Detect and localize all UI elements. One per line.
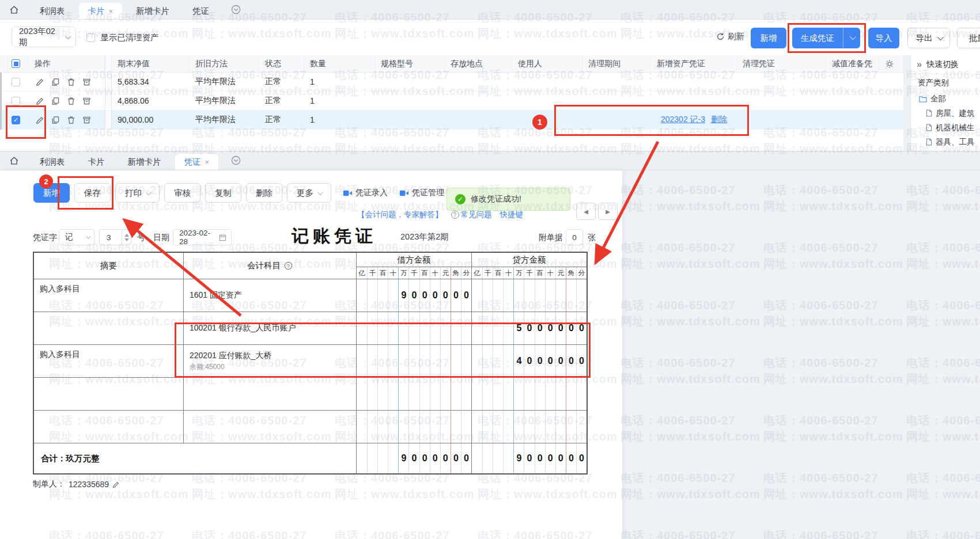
copy-icon[interactable] [51, 116, 60, 124]
cell [737, 92, 826, 110]
faq-link[interactable]: ?常见问题 [451, 210, 492, 220]
digit-cell [545, 378, 555, 410]
voucher-number-input[interactable]: 3 [99, 229, 131, 245]
copy-icon[interactable] [51, 97, 60, 105]
copy-icon[interactable] [51, 78, 60, 86]
collapse-icon[interactable]: » [917, 59, 922, 70]
select-all-checkbox[interactable] [12, 59, 20, 68]
import-button[interactable]: 导入 [868, 28, 899, 48]
header-ops: 操作 [29, 55, 105, 72]
digit-cell [367, 443, 377, 473]
toolbar-button-打印[interactable]: 打印 [115, 183, 160, 203]
amount-cell [356, 378, 471, 410]
clear-icon[interactable] [82, 97, 91, 105]
table-left-scrollbar[interactable] [0, 73, 2, 130]
export-button[interactable]: 导出 [907, 28, 950, 48]
digit-cell [576, 411, 587, 443]
cell [445, 92, 512, 110]
toolbar-button-保存[interactable]: 保存 [74, 183, 111, 203]
period-select[interactable]: 2023年02期 [12, 26, 76, 47]
help-icon[interactable]: ? [284, 261, 293, 270]
amount-cell: 9000000 [356, 279, 471, 312]
sidebar-item-3[interactable]: 器具、工具 [911, 135, 980, 149]
sidebar-item-1[interactable]: 房屋、建筑 [911, 106, 980, 120]
amount-cell [356, 312, 471, 344]
digit-cell [524, 378, 534, 410]
tab-label: 凭证 [184, 157, 201, 168]
close-tab-icon[interactable]: × [109, 7, 113, 16]
generate-voucher-button[interactable]: 生成凭证 [792, 28, 843, 48]
number-stepper[interactable] [122, 230, 131, 245]
line-account[interactable]: 1601 固定资产 [183, 279, 356, 312]
toolbar-button-更多[interactable]: 更多 [287, 183, 331, 203]
digit-cell: 十 [545, 267, 555, 279]
line-account[interactable]: 100201 银行存款_人民币账户 [183, 312, 356, 344]
digit-cell: 0 [451, 279, 461, 312]
close-tab-icon[interactable]: × [205, 158, 210, 166]
edit-icon[interactable] [36, 78, 44, 86]
toolbar-button-复制[interactable]: 复制 [205, 183, 241, 203]
tab-overflow-icon[interactable] [231, 155, 241, 165]
row-checkbox[interactable] [12, 97, 20, 105]
generate-voucher-dropdown[interactable] [843, 28, 860, 48]
sidebar-item-2[interactable]: 机器机械生 [911, 120, 980, 135]
top-tab-1[interactable]: 卡片× [79, 3, 123, 19]
tool-link-1[interactable]: 凭证管理 [399, 188, 444, 198]
delete-icon[interactable] [67, 97, 75, 105]
bottom-tab-1[interactable]: 卡片 [79, 154, 114, 170]
row-checkbox-cell: ✓ [8, 111, 29, 129]
toolbar-button-新增[interactable]: 新增 [33, 183, 70, 203]
bottom-tab-3[interactable]: 凭证× [175, 154, 219, 170]
shortcut-link[interactable]: 快捷键 [500, 210, 524, 220]
bottom-tab-0[interactable]: 利润表 [31, 154, 74, 170]
column-gutter [105, 55, 112, 72]
tool-link-0[interactable]: 凭证录入 [343, 188, 388, 198]
home-icon[interactable] [9, 156, 19, 165]
edit-creator-icon[interactable] [112, 481, 120, 488]
voucher-delete-link[interactable]: 删除 [711, 115, 727, 125]
qa-link[interactable]: 【会计问题，专家解答】 [357, 210, 443, 220]
digit-cell [493, 345, 503, 377]
edit-icon[interactable] [36, 116, 44, 124]
digit-cell: 0 [545, 443, 555, 473]
delete-icon[interactable] [67, 116, 75, 124]
digit-cell [440, 312, 451, 344]
watermark-text: 电话：4006-6500-27网址：www.tdxsoft.com [906, 297, 980, 329]
digit-cell: 0 [555, 345, 566, 377]
clear-icon[interactable] [82, 78, 91, 86]
show-cleared-checkbox[interactable] [86, 33, 95, 42]
refresh-button[interactable]: 刷新 [716, 31, 744, 42]
row-checkbox[interactable]: ✓ [12, 116, 20, 124]
clear-icon[interactable] [82, 116, 91, 124]
top-tab-2[interactable]: 新增卡片 [127, 3, 179, 19]
prev-voucher-button[interactable]: ◀ [576, 203, 596, 220]
batch-button[interactable]: 批量 [957, 28, 980, 48]
gear-icon[interactable] [885, 59, 894, 69]
row-checkbox[interactable] [12, 78, 20, 86]
edit-icon[interactable] [36, 97, 44, 105]
sidebar-item-0[interactable]: 全部 [911, 92, 980, 106]
line-account[interactable]: 220201 应付账款_大桥余额:45000 [183, 345, 356, 377]
toolbar-button-删除[interactable]: 删除 [246, 183, 282, 203]
next-voucher-button[interactable]: ▶ [598, 203, 618, 220]
watermark-text: 电话：4006-6500-27网址：www.tdxsoft.com [620, 355, 760, 387]
header-1: 期末净值 [112, 55, 190, 72]
digit-cell [357, 411, 367, 443]
attach-count-input[interactable]: 0 [566, 229, 583, 245]
amount-cell [356, 345, 471, 377]
toolbar-button-审核[interactable]: 审核 [164, 183, 200, 203]
date-picker[interactable]: 2023-02-28 [173, 229, 232, 245]
delete-icon[interactable] [67, 78, 75, 86]
voucher-link[interactable]: 202302 记-3 [661, 115, 705, 125]
column-gutter [105, 73, 112, 91]
watermark-text: 电话：4006-6500-27网址：www.tdxsoft.com [763, 412, 903, 445]
top-tab-0[interactable]: 利润表 [31, 3, 74, 19]
line-account[interactable] [183, 411, 356, 443]
line-account[interactable] [183, 378, 356, 410]
voucher-word-select[interactable]: 记 [59, 229, 94, 245]
add-asset-button[interactable]: 新增 [751, 28, 786, 48]
tab-overflow-icon[interactable] [231, 5, 241, 14]
top-tab-3[interactable]: 凭证 [183, 3, 218, 19]
bottom-tab-2[interactable]: 新增卡片 [119, 154, 171, 170]
home-icon[interactable] [9, 5, 19, 14]
